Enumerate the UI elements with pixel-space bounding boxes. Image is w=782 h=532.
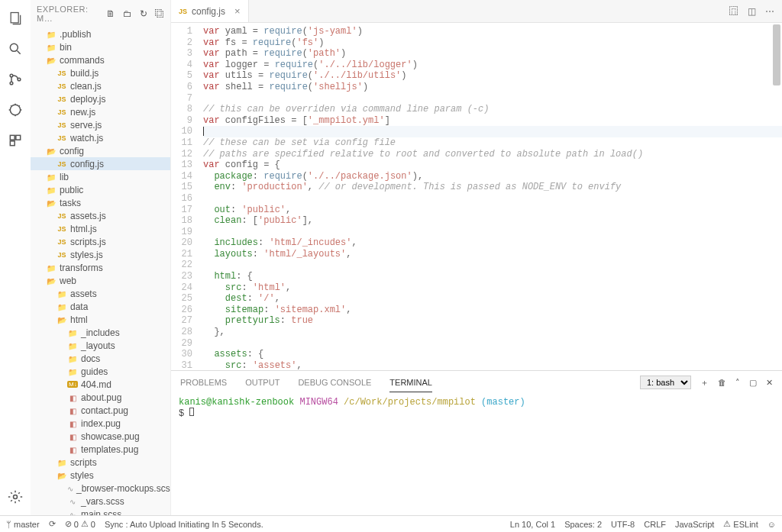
tree-item-label: assets (70, 289, 97, 299)
tree-item-label: 404.md (81, 379, 111, 390)
svg-rect-7 (16, 135, 21, 140)
status-spaces[interactable]: Spaces: 2 (564, 520, 602, 529)
compare-icon[interactable]: ⿵ (729, 6, 738, 17)
tree-item[interactable]: deploy.js (31, 92, 170, 105)
tree-item[interactable]: commands (31, 53, 170, 66)
extensions-icon[interactable] (0, 125, 31, 156)
tree-item[interactable]: data (31, 300, 170, 313)
status-feedback-icon[interactable]: ☺ (767, 520, 776, 529)
panel-tab-debug-console[interactable]: DEBUG CONSOLE (298, 378, 371, 387)
code-content[interactable]: var yaml = require('js-yaml')var fs = re… (203, 23, 782, 370)
status-branch[interactable]: ᛘ master (6, 520, 40, 529)
status-errors[interactable]: ⊘ 0 ⚠ 0 (65, 519, 95, 529)
new-folder-icon[interactable]: 🗀 (123, 8, 132, 19)
tree-item[interactable]: new.js (31, 105, 170, 118)
svg-point-9 (14, 495, 18, 499)
tree-item[interactable]: scripts.js (31, 235, 170, 248)
tree-item[interactable]: clean.js (31, 79, 170, 92)
status-bar: ᛘ master ⟳ ⊘ 0 ⚠ 0 Sync : Auto Upload In… (0, 515, 782, 532)
tree-item[interactable]: _vars.scss (31, 495, 170, 508)
folder-icon (67, 367, 78, 376)
tree-item[interactable]: guides (31, 365, 170, 378)
scss-file-icon (67, 497, 78, 506)
bottom-panel: PROBLEMSOUTPUTDEBUG CONSOLETERMINAL 1: b… (171, 370, 782, 515)
tree-item[interactable]: _includes (31, 326, 170, 339)
tree-item[interactable]: watch.js (31, 131, 170, 144)
tree-item[interactable]: main.scss (31, 508, 170, 515)
tree-item[interactable]: config.js (31, 157, 170, 170)
tree-item[interactable]: config (31, 144, 170, 157)
tree-item[interactable]: contact.pug (31, 404, 170, 417)
panel-maximize-icon[interactable]: ▢ (749, 378, 757, 388)
editor-tabs: config.js × ⿵ ◫ ⋯ (171, 0, 782, 23)
terminal[interactable]: kanis@kanishk-zenbook MINGW64 /c/Work/pr… (171, 394, 782, 515)
panel-tab-problems[interactable]: PROBLEMS (180, 378, 227, 387)
tree-item[interactable]: styles.js (31, 248, 170, 261)
tree-item[interactable]: serve.js (31, 118, 170, 131)
tree-item[interactable]: bin (31, 40, 170, 53)
status-eslint[interactable]: ESLint (723, 519, 758, 529)
js-file-icon (57, 251, 67, 259)
svg-point-3 (10, 82, 13, 85)
tree-item[interactable]: assets (31, 287, 170, 300)
collapse-icon[interactable]: ⿻ (155, 8, 164, 19)
panel-tab-terminal[interactable]: TERMINAL (389, 378, 432, 392)
folder-icon (46, 263, 57, 272)
tree-item[interactable]: public (31, 183, 170, 196)
tree-item[interactable]: html (31, 313, 170, 326)
settings-gear-icon[interactable] (0, 482, 31, 512)
status-eol[interactable]: CRLF (644, 520, 666, 529)
tree-item[interactable]: templates.pug (31, 443, 170, 456)
git-icon[interactable] (0, 64, 31, 95)
kill-terminal-icon[interactable]: 🗑 (718, 378, 726, 387)
new-file-icon[interactable]: 🗎 (106, 8, 115, 19)
tree-item[interactable]: assets.js (31, 209, 170, 222)
tree-item-label: _browser-mockups.scss (76, 483, 170, 494)
tree-item-label: new.js (70, 107, 95, 118)
pug-file-icon (67, 445, 78, 454)
tree-item-label: scripts (70, 457, 97, 468)
tree-item-label: templates.pug (81, 444, 138, 455)
close-icon[interactable]: × (234, 5, 241, 17)
tree-item[interactable]: html.js (31, 222, 170, 235)
tree-item[interactable]: .publish (31, 27, 170, 40)
tree-item[interactable]: docs (31, 352, 170, 365)
panel-close-icon[interactable]: ✕ (766, 378, 773, 388)
status-lncol[interactable]: Ln 10, Col 1 (510, 520, 555, 529)
tree-item[interactable]: tasks (31, 196, 170, 209)
new-terminal-icon[interactable]: ＋ (700, 377, 709, 389)
folder-icon (67, 354, 78, 363)
status-enc[interactable]: UTF-8 (611, 520, 635, 529)
terminal-select[interactable]: 1: bash (640, 376, 691, 389)
tree-item[interactable]: styles (31, 469, 170, 482)
tree-item[interactable]: _browser-mockups.scss (31, 482, 170, 495)
files-icon[interactable] (0, 3, 31, 34)
tree-item[interactable]: web (31, 274, 170, 287)
tree-item[interactable]: scripts (31, 456, 170, 469)
status-lang[interactable]: JavaScript (675, 520, 714, 529)
tree-item-label: docs (81, 353, 100, 364)
code-editor[interactable]: 1234567891011121314151617181920212223242… (171, 23, 782, 370)
tree-item[interactable]: _layouts (31, 339, 170, 352)
search-icon[interactable] (0, 34, 31, 64)
tree-item[interactable]: showcase.pug (31, 430, 170, 443)
tab-config-js[interactable]: config.js × (171, 0, 249, 22)
panel-up-icon[interactable]: ˄ (735, 378, 740, 388)
svg-rect-8 (10, 141, 15, 146)
vertical-scrollbar[interactable] (773, 24, 780, 85)
file-tree[interactable]: .publishbincommandsbuild.jsclean.jsdeplo… (31, 27, 170, 515)
debug-icon[interactable] (0, 95, 31, 125)
status-sync-icon[interactable]: ⟳ (49, 519, 56, 529)
tree-item[interactable]: lib (31, 170, 170, 183)
tree-item[interactable]: index.pug (31, 417, 170, 430)
more-icon[interactable]: ⋯ (765, 6, 774, 17)
refresh-icon[interactable]: ↻ (140, 8, 147, 19)
js-file-icon (57, 95, 67, 103)
tree-item[interactable]: build.js (31, 66, 170, 79)
tree-item[interactable]: 404.md (31, 378, 170, 391)
split-editor-icon[interactable]: ◫ (748, 6, 756, 17)
tree-item[interactable]: transforms (31, 261, 170, 274)
panel-tab-output[interactable]: OUTPUT (245, 378, 280, 387)
folder-icon (57, 302, 67, 311)
tree-item[interactable]: about.pug (31, 391, 170, 404)
